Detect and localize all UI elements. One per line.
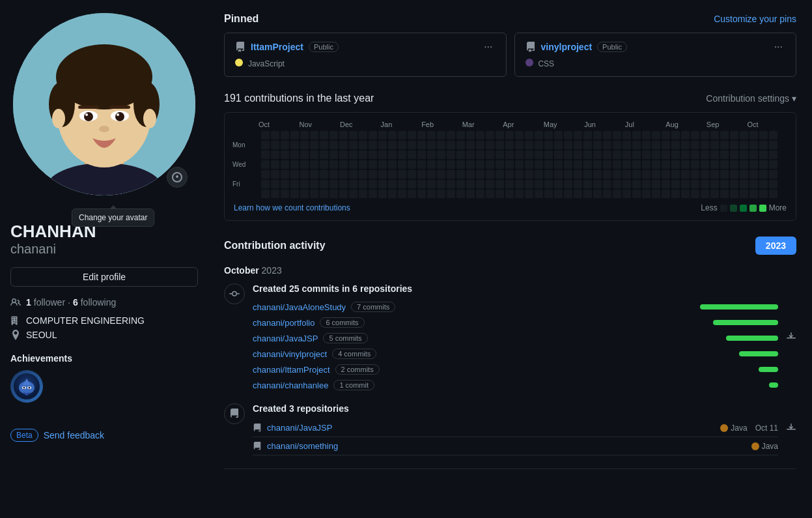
created-repo-link-1[interactable]: chanani/something bbox=[267, 441, 338, 451]
graph-cell-29-3[interactable] bbox=[544, 160, 553, 169]
graph-cell-1-3[interactable] bbox=[271, 160, 279, 169]
graph-cell-21-1[interactable] bbox=[466, 141, 475, 149]
graph-cell-31-2[interactable] bbox=[564, 151, 572, 159]
graph-cell-0-0[interactable] bbox=[261, 131, 270, 139]
graph-cell-39-6[interactable] bbox=[642, 190, 651, 198]
graph-cell-0-6[interactable] bbox=[261, 190, 270, 198]
graph-cell-37-4[interactable] bbox=[623, 170, 631, 179]
graph-cell-52-3[interactable] bbox=[769, 160, 777, 169]
graph-cell-44-6[interactable] bbox=[691, 190, 699, 198]
graph-cell-15-4[interactable] bbox=[408, 170, 416, 179]
repo-commit-link-5[interactable]: chanani/chanhanlee bbox=[253, 381, 328, 390]
graph-cell-24-1[interactable] bbox=[496, 141, 504, 149]
graph-cell-0-3[interactable] bbox=[261, 160, 270, 169]
graph-cell-34-5[interactable] bbox=[593, 180, 602, 188]
graph-cell-2-5[interactable] bbox=[281, 180, 289, 188]
graph-cell-46-5[interactable] bbox=[710, 180, 719, 188]
graph-cell-17-4[interactable] bbox=[427, 170, 436, 179]
graph-cell-37-0[interactable] bbox=[623, 131, 631, 139]
graph-cell-16-5[interactable] bbox=[417, 180, 426, 188]
graph-cell-22-2[interactable] bbox=[476, 151, 484, 159]
graph-cell-23-0[interactable] bbox=[486, 131, 494, 139]
graph-cell-45-0[interactable] bbox=[701, 131, 709, 139]
graph-cell-51-4[interactable] bbox=[759, 170, 768, 179]
graph-cell-24-5[interactable] bbox=[496, 180, 504, 188]
graph-cell-20-6[interactable] bbox=[456, 190, 465, 198]
graph-cell-45-5[interactable] bbox=[701, 180, 709, 188]
graph-cell-8-0[interactable] bbox=[339, 131, 348, 139]
graph-cell-39-2[interactable] bbox=[642, 151, 651, 159]
graph-cell-2-0[interactable] bbox=[281, 131, 289, 139]
graph-cell-11-3[interactable] bbox=[369, 160, 377, 169]
graph-cell-33-1[interactable] bbox=[583, 141, 592, 149]
graph-cell-28-4[interactable] bbox=[535, 170, 543, 179]
commits-expand-button[interactable] bbox=[786, 283, 796, 393]
graph-cell-16-2[interactable] bbox=[417, 151, 426, 159]
graph-cell-49-2[interactable] bbox=[740, 151, 748, 159]
graph-cell-30-5[interactable] bbox=[554, 180, 563, 188]
repo-commit-link-2[interactable]: chanani/JavaJSP bbox=[253, 334, 318, 343]
graph-cell-34-4[interactable] bbox=[593, 170, 602, 179]
graph-cell-42-4[interactable] bbox=[671, 170, 680, 179]
graph-cell-40-3[interactable] bbox=[652, 160, 660, 169]
graph-cell-2-4[interactable] bbox=[281, 170, 289, 179]
graph-cell-29-5[interactable] bbox=[544, 180, 553, 188]
graph-cell-1-0[interactable] bbox=[271, 131, 279, 139]
graph-cell-38-0[interactable] bbox=[632, 131, 641, 139]
graph-cell-42-1[interactable] bbox=[671, 141, 680, 149]
graph-cell-52-0[interactable] bbox=[769, 131, 777, 139]
graph-cell-51-6[interactable] bbox=[759, 190, 768, 198]
graph-cell-14-5[interactable] bbox=[398, 180, 406, 188]
learn-contributions-link[interactable]: Learn how we count contributions bbox=[234, 203, 350, 212]
graph-cell-13-4[interactable] bbox=[388, 170, 397, 179]
graph-cell-6-4[interactable] bbox=[320, 170, 328, 179]
graph-cell-37-3[interactable] bbox=[623, 160, 631, 169]
graph-cell-41-0[interactable] bbox=[662, 131, 670, 139]
graph-cell-19-1[interactable] bbox=[447, 141, 455, 149]
graph-cell-14-6[interactable] bbox=[398, 190, 406, 198]
graph-cell-10-0[interactable] bbox=[359, 131, 367, 139]
graph-cell-5-3[interactable] bbox=[310, 160, 318, 169]
graph-cell-32-2[interactable] bbox=[574, 151, 582, 159]
graph-cell-25-1[interactable] bbox=[505, 141, 514, 149]
graph-cell-8-4[interactable] bbox=[339, 170, 348, 179]
graph-cell-24-0[interactable] bbox=[496, 131, 504, 139]
graph-cell-29-6[interactable] bbox=[544, 190, 553, 198]
graph-cell-29-0[interactable] bbox=[544, 131, 553, 139]
graph-cell-41-2[interactable] bbox=[662, 151, 670, 159]
graph-cell-3-5[interactable] bbox=[290, 180, 299, 188]
graph-cell-4-2[interactable] bbox=[300, 151, 309, 159]
graph-cell-7-1[interactable] bbox=[329, 141, 338, 149]
graph-cell-3-2[interactable] bbox=[290, 151, 299, 159]
graph-cell-23-1[interactable] bbox=[486, 141, 494, 149]
graph-cell-27-1[interactable] bbox=[525, 141, 533, 149]
graph-cell-21-0[interactable] bbox=[466, 131, 475, 139]
graph-cell-35-3[interactable] bbox=[603, 160, 611, 169]
graph-cell-46-6[interactable] bbox=[710, 190, 719, 198]
graph-cell-45-4[interactable] bbox=[701, 170, 709, 179]
graph-cell-12-6[interactable] bbox=[378, 190, 387, 198]
graph-cell-47-4[interactable] bbox=[720, 170, 729, 179]
graph-cell-24-4[interactable] bbox=[496, 170, 504, 179]
graph-cell-13-6[interactable] bbox=[388, 190, 397, 198]
graph-cell-25-2[interactable] bbox=[505, 151, 514, 159]
graph-cell-41-3[interactable] bbox=[662, 160, 670, 169]
graph-cell-43-1[interactable] bbox=[681, 141, 690, 149]
graph-cell-11-5[interactable] bbox=[369, 180, 377, 188]
graph-cell-31-4[interactable] bbox=[564, 170, 572, 179]
graph-cell-36-1[interactable] bbox=[613, 141, 621, 149]
graph-cell-42-6[interactable] bbox=[671, 190, 680, 198]
graph-cell-10-5[interactable] bbox=[359, 180, 367, 188]
graph-cell-52-6[interactable] bbox=[769, 190, 777, 198]
created-repo-link-0[interactable]: chanani/JavaJSP bbox=[267, 423, 332, 433]
graph-cell-16-0[interactable] bbox=[417, 131, 426, 139]
graph-cell-17-3[interactable] bbox=[427, 160, 436, 169]
graph-cell-25-0[interactable] bbox=[505, 131, 514, 139]
graph-cell-34-2[interactable] bbox=[593, 151, 602, 159]
graph-cell-44-5[interactable] bbox=[691, 180, 699, 188]
graph-cell-41-1[interactable] bbox=[662, 141, 670, 149]
graph-cell-48-3[interactable] bbox=[730, 160, 738, 169]
followers-link[interactable]: 1 bbox=[26, 297, 31, 308]
graph-cell-23-2[interactable] bbox=[486, 151, 494, 159]
graph-cell-5-0[interactable] bbox=[310, 131, 318, 139]
